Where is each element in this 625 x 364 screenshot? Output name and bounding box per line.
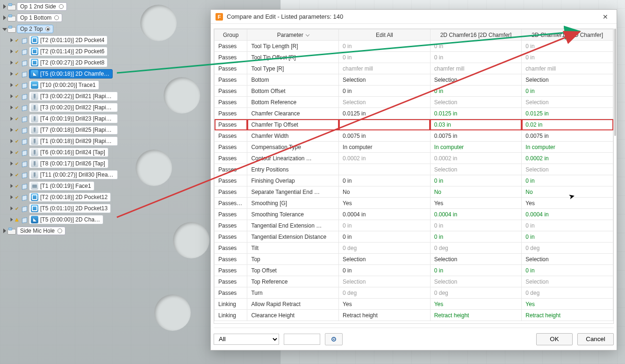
expander-icon[interactable]	[8, 71, 13, 76]
expander-icon[interactable]	[0, 27, 7, 31]
grid-row[interactable]: PassesTool Tip Length [R]0 in0 in0 in	[215, 41, 613, 52]
cell-edit-all[interactable]: Selection	[339, 276, 431, 287]
ok-button[interactable]: OK	[536, 333, 573, 345]
expander-icon[interactable]	[8, 161, 13, 166]
expander-icon[interactable]	[8, 184, 13, 188]
operation-chip[interactable]: [T2 (0:01:14)] 2D Pocket6	[29, 47, 108, 56]
cell-op-b[interactable]: Yes	[522, 299, 613, 310]
parameter-grid[interactable]: Group Parameter Edit All 2D Chamfer16 [2…	[214, 29, 614, 324]
grid-row[interactable]: PassesContour Linearization …0.0002 in0.…	[215, 153, 613, 164]
operation-row[interactable]: [T2 (0:01:10)] 2D Pocket4	[0, 35, 118, 46]
setup-label[interactable]: Op 1 Bottom	[17, 14, 62, 22]
cell-op-a[interactable]: Selection	[430, 276, 522, 287]
cell-edit-all[interactable]: Retract height	[339, 310, 431, 321]
cell-op-b[interactable]: Selection	[522, 164, 613, 175]
setup-label[interactable]: Side Mic Hole	[17, 227, 65, 235]
cell-edit-all[interactable]: 0 in	[339, 41, 431, 52]
grid-row[interactable]: Passes …Smoothing [G]YesYesYes	[215, 198, 613, 209]
expander-icon[interactable]	[8, 38, 13, 43]
cell-edit-all[interactable]: 0 in	[339, 265, 431, 276]
cell-op-a[interactable]: 0 in	[430, 52, 522, 63]
cell-op-a[interactable]: 0 in	[430, 175, 522, 186]
cell-op-a[interactable]: 0.03 in	[430, 119, 522, 130]
cell-op-b[interactable]: 0 in	[522, 52, 613, 63]
cell-op-b[interactable]: 0 in	[522, 231, 613, 243]
grid-row[interactable]: PassesTangential Extension Distance0 in0…	[215, 231, 613, 243]
cancel-button[interactable]: Cancel	[577, 333, 614, 345]
cell-op-a[interactable]: Yes	[430, 299, 522, 310]
cell-edit-all[interactable]: 0.0075 in	[339, 130, 431, 142]
active-radio[interactable]	[54, 15, 59, 20]
operation-chip[interactable]: [T1 (0:00:19)] Face1	[29, 181, 94, 191]
col-edit-all[interactable]: Edit All	[339, 29, 431, 41]
cell-op-a[interactable]: 0 in	[430, 41, 522, 52]
grid-row[interactable]: PassesTilt0 deg0 deg0 deg	[215, 243, 613, 254]
operation-chip[interactable]: [T3 (0:00:20)] Drill22 [Rapid…	[29, 103, 118, 112]
cell-op-b[interactable]: In computer	[522, 142, 613, 153]
operation-row[interactable]: [T8 (0:00:17)] Drill26 [Tap]	[0, 158, 118, 169]
operation-row[interactable]: [T2 (0:01:14)] 2D Pocket6	[0, 46, 118, 57]
grid-row[interactable]: PassesChamfer Clearance0.0125 in0.0125 i…	[215, 108, 613, 119]
setup-row[interactable]: Op 2 Top	[0, 23, 118, 35]
cell-edit-all[interactable]: 0.0004 in	[339, 209, 431, 220]
operation-chip[interactable]: [T6 (0:00:16)] Drill24 [Tap]	[29, 148, 108, 157]
cell-edit-all[interactable]: 0.0125 in	[339, 108, 431, 119]
operation-row[interactable]: [T2 (0:00:18)] 2D Pocket12	[0, 192, 118, 203]
cell-op-a[interactable]: 0 in	[430, 265, 522, 276]
cell-edit-all[interactable]: Selection	[339, 97, 431, 108]
grid-row[interactable]: PassesBottomSelectionSelectionSelection	[215, 74, 613, 86]
operation-chip[interactable]: [T7 (0:00:18)] Drill25 [Rapid…	[29, 125, 118, 135]
cell-edit-all[interactable]: No	[339, 186, 431, 198]
expander-icon[interactable]	[8, 105, 13, 110]
cell-op-b[interactable]: chamfer mill	[522, 63, 613, 74]
scrollbar-thumb[interactable]	[614, 29, 616, 136]
cell-edit-all[interactable]: 0 in	[339, 52, 431, 63]
operation-row[interactable]: [T5 (0:00:00)] 2D Cha…	[0, 214, 118, 225]
operation-chip[interactable]: [T2 (0:00:18)] 2D Pocket12	[29, 193, 111, 202]
grid-row[interactable]: PassesTool Type [R]chamfer millchamfer m…	[215, 63, 613, 74]
grid-row[interactable]: PassesSeparate Tangential End …NoNoNo	[215, 186, 613, 198]
cell-edit-all[interactable]: Yes	[339, 198, 431, 209]
cell-op-a[interactable]: 0.0125 in	[430, 108, 522, 119]
operation-chip[interactable]: [T11 (0:00:27)] Drill30 [Rear…	[29, 170, 118, 179]
search-input[interactable]	[284, 334, 320, 345]
grid-row[interactable]: PassesTop ReferenceSelectionSelectionSel…	[215, 276, 613, 287]
cell-op-b[interactable]: Selection	[522, 97, 613, 108]
cell-op-a[interactable]: No	[430, 186, 522, 198]
col-op-b[interactable]: 2D Chamfer17 [2D Chamfer]	[522, 29, 613, 41]
cell-op-a[interactable]: Selection	[430, 97, 522, 108]
filter-select[interactable]: All	[214, 334, 279, 345]
cell-edit-all[interactable]: In computer	[339, 142, 431, 153]
cell-op-a[interactable]: 0 in	[430, 86, 522, 97]
expander-icon[interactable]	[8, 195, 13, 200]
operation-chip[interactable]: [T5 (0:01:10)] 2D Pocket13	[29, 204, 111, 213]
expander-icon[interactable]	[0, 228, 7, 233]
grid-row[interactable]: PassesTangential End Extension …0 in0 in…	[215, 220, 613, 231]
grid-row[interactable]: PassesTopSelectionSelectionSelection	[215, 254, 613, 265]
grid-row[interactable]: LinkingAllow Rapid RetractYesYesYes	[215, 299, 613, 310]
setup-row[interactable]: Side Mic Hole	[0, 225, 118, 236]
cell-op-b[interactable]: 0.0075 in	[522, 130, 613, 142]
expander-icon[interactable]	[8, 49, 13, 54]
cell-op-a[interactable]: chamfer mill	[430, 63, 522, 74]
cell-op-a[interactable]: 0 in	[430, 220, 522, 231]
cell-op-b[interactable]: 0 in	[522, 265, 613, 276]
cell-op-b[interactable]: 0 in	[522, 86, 613, 97]
cell-op-b[interactable]: 0 in	[522, 41, 613, 52]
operation-chip[interactable]: [T5 (0:00:00)] 2D Cha…	[29, 215, 103, 224]
cell-edit-all[interactable]: chamfer mill	[339, 63, 431, 74]
grid-row[interactable]: LinkingClearance HeightRetract heightRet…	[215, 310, 613, 321]
setup-row[interactable]: Op 1 Bottom	[0, 12, 118, 23]
col-op-a[interactable]: 2D Chamfer16 [2D Chamfer]	[430, 29, 522, 41]
expander-icon[interactable]	[8, 172, 13, 177]
operation-row[interactable]: [T1 (0:00:19)] Face1	[0, 180, 118, 192]
operation-row[interactable]: [T5 (0:00:18)] 2D Chamfe…	[0, 68, 118, 79]
cell-edit-all[interactable]: 0.0002 in	[339, 153, 431, 164]
cell-op-b[interactable]: 0 deg	[522, 243, 613, 254]
close-icon[interactable]: ✕	[599, 11, 612, 22]
grid-row[interactable]: PassesChamfer Tip Offset0.03 in0.02 in	[215, 119, 613, 130]
cell-op-a[interactable]: Yes	[430, 198, 522, 209]
active-radio[interactable]	[57, 228, 62, 233]
action-button[interactable]	[325, 333, 343, 345]
cell-edit-all[interactable]: Selection	[339, 74, 431, 86]
